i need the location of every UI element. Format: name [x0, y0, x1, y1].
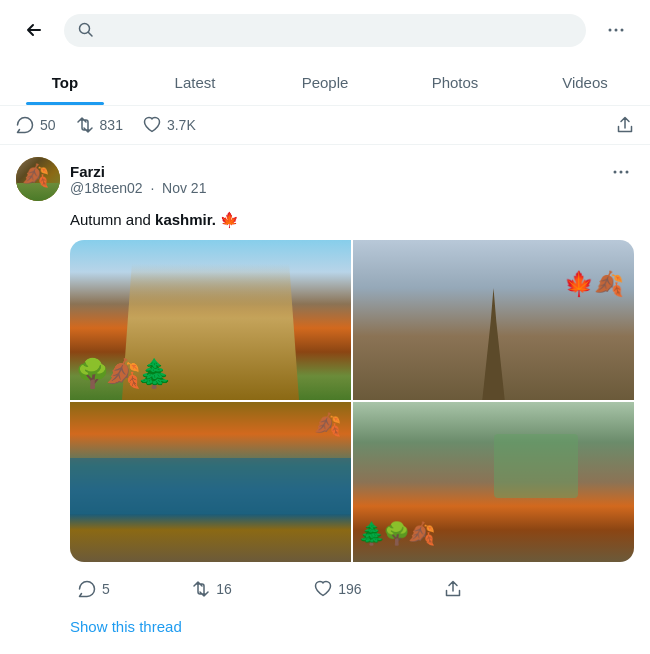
more-options-button[interactable]	[598, 12, 634, 48]
share-stat[interactable]	[616, 116, 634, 134]
tweet-image-2[interactable]	[353, 240, 634, 400]
heart-icon	[143, 116, 161, 134]
tweet-image-4[interactable]	[353, 402, 634, 562]
reply-stat: 50	[16, 116, 56, 134]
reply-action-icon	[78, 580, 96, 598]
retweet-action-icon	[192, 580, 210, 598]
svg-point-2	[615, 29, 618, 32]
tweet-container: Farzi @18teen02 · Nov 21 Autumn and kash…	[0, 145, 650, 654]
search-icon	[78, 22, 94, 38]
tab-photos[interactable]: Photos	[390, 60, 520, 105]
back-button[interactable]	[16, 12, 52, 48]
tab-latest[interactable]: Latest	[130, 60, 260, 105]
share-action-icon	[444, 580, 462, 598]
tweet-image-3[interactable]	[70, 402, 351, 562]
svg-point-6	[626, 171, 629, 174]
share-icon	[616, 116, 634, 134]
ellipsis-icon	[606, 20, 626, 40]
tweet-text: Autumn and kashmir. 🍁	[70, 209, 634, 230]
tab-top[interactable]: Top	[0, 60, 130, 105]
tab-people[interactable]: People	[260, 60, 390, 105]
tweet-image-1[interactable]	[70, 240, 351, 400]
tweet-ellipsis-icon	[612, 163, 630, 181]
svg-point-5	[620, 171, 623, 174]
tweet-actions: 5 16 196	[70, 574, 470, 604]
avatar	[16, 157, 60, 201]
user-name[interactable]: Farzi	[70, 163, 206, 180]
search-bar[interactable]: kashmir filter:images	[64, 14, 586, 47]
reply-button[interactable]: 5	[70, 574, 118, 604]
tabs-bar: Top Latest People Photos Videos	[0, 60, 650, 106]
like-stat: 3.7K	[143, 116, 196, 134]
tweet-image-grid[interactable]	[70, 240, 634, 562]
retweet-button[interactable]: 16	[184, 574, 240, 604]
tweet-header: Farzi @18teen02 · Nov 21	[16, 157, 634, 201]
header: kashmir filter:images	[0, 0, 650, 60]
retweet-stat: 831	[76, 116, 123, 134]
user-handle-date: @18teen02 · Nov 21	[70, 180, 206, 196]
retweet-icon	[76, 116, 94, 134]
user-info: Farzi @18teen02 · Nov 21	[70, 163, 206, 196]
reply-icon	[16, 116, 34, 134]
svg-point-4	[614, 171, 617, 174]
tab-videos[interactable]: Videos	[520, 60, 650, 105]
search-input[interactable]: kashmir filter:images	[102, 22, 572, 39]
share-button[interactable]	[436, 574, 470, 604]
stats-row: 50 831 3.7K	[0, 106, 650, 145]
tweet-more-button[interactable]	[608, 157, 634, 186]
like-button[interactable]: 196	[306, 574, 369, 604]
tweet-user: Farzi @18teen02 · Nov 21	[16, 157, 206, 201]
svg-point-3	[621, 29, 624, 32]
svg-point-1	[609, 29, 612, 32]
show-thread-link[interactable]: Show this thread	[70, 614, 634, 643]
heart-action-icon	[314, 580, 332, 598]
